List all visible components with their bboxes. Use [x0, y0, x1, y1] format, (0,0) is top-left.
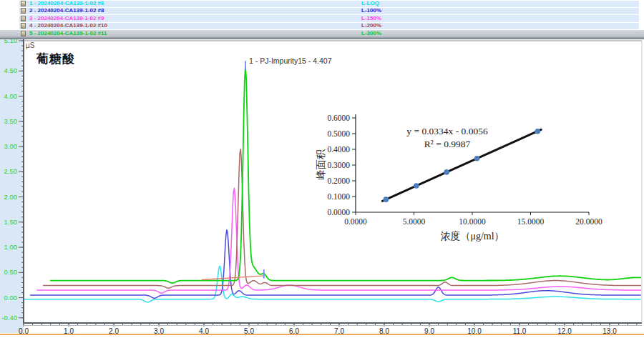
svg-text:6.0: 6.0: [289, 327, 299, 335]
legend-row-background: [19, 8, 639, 14]
legend-row-background: [19, 1, 639, 7]
chromatogram-vial-icon: [21, 8, 26, 14]
svg-text:1.50: 1.50: [4, 218, 18, 226]
svg-text:3.0: 3.0: [154, 327, 164, 335]
chromatogram-vial-icon: [21, 16, 26, 21]
legend-row-level: L-300%: [361, 30, 381, 38]
svg-text:2.00: 2.00: [4, 193, 18, 201]
svg-text:浓度（μg/ml）: 浓度（μg/ml）: [440, 230, 504, 242]
svg-text:0.0000: 0.0000: [344, 217, 367, 226]
svg-text:10.0: 10.0: [467, 327, 482, 335]
svg-text:0.1000: 0.1000: [327, 192, 350, 201]
chromatogram-title: 葡糖酸: [36, 51, 75, 67]
svg-text:3.00: 3.00: [4, 142, 18, 150]
legend-row-label: 3 - 20240204-CA139-1-02 #9: [29, 15, 104, 23]
legend-row-2[interactable]: 2 - 20240204-CA139-1-02 #8 L-100%: [0, 7, 644, 14]
svg-text:0.6000: 0.6000: [327, 114, 350, 122]
svg-text:5.0000: 5.0000: [403, 217, 426, 226]
svg-text:0.50: 0.50: [4, 268, 18, 276]
svg-text:4.00: 4.00: [4, 92, 18, 100]
svg-text:9.0: 9.0: [424, 327, 434, 335]
svg-text:y = 0.0334x - 0.0056: y = 0.0334x - 0.0056: [406, 126, 488, 136]
legend-row-1[interactable]: 1 - 20240204-CA139-1-02 #6 L-LOQ: [0, 0, 644, 7]
legend-row-label: 4 - 20240204-CA139-1-02 #10: [29, 22, 107, 30]
chromatogram-area[interactable]: 5.104.504.003.503.002.502.001.501.000.50…: [0, 39, 644, 338]
svg-text:2.0: 2.0: [109, 327, 119, 335]
svg-text:4.50: 4.50: [4, 66, 18, 74]
svg-text:0.3000: 0.3000: [327, 161, 350, 169]
svg-text:4.0: 4.0: [199, 327, 209, 335]
svg-text:8.0: 8.0: [379, 327, 389, 335]
legend-row-label: 5 - 20240204-CA139-1-02 #11: [29, 30, 107, 38]
svg-text:0.4000: 0.4000: [327, 145, 350, 154]
legend-row-5[interactable]: 5 - 20240204-CA139-1-02 #11 L-300%: [0, 30, 644, 37]
svg-text:0.0000: 0.0000: [327, 208, 350, 217]
svg-text:5.10: 5.10: [4, 39, 18, 44]
svg-text:1.0: 1.0: [64, 327, 74, 335]
svg-text:2.50: 2.50: [4, 167, 18, 175]
legend-row-level: L-200%: [361, 22, 381, 30]
y-axis-unit: µS: [26, 41, 34, 49]
svg-text:0.00: 0.00: [4, 294, 18, 302]
svg-text:-0.40: -0.40: [1, 314, 17, 322]
svg-text:3.50: 3.50: [4, 117, 18, 125]
legend-row-background: [19, 15, 639, 21]
svg-text:10.0000: 10.0000: [459, 217, 486, 226]
svg-text:15.0000: 15.0000: [517, 217, 545, 226]
injection-legend-header: 1 - 20240204-CA139-1-02 #6 L-LOQ 2 - 202…: [0, 0, 644, 37]
svg-text:20.0000: 20.0000: [575, 217, 602, 226]
chromatogram-vial-icon: [21, 1, 26, 6]
svg-text:0.5000: 0.5000: [327, 129, 350, 138]
chromatogram-vial-icon: [21, 23, 26, 29]
chromatogram-vial-icon: [21, 31, 26, 36]
legend-row-level: L-100%: [361, 7, 381, 15]
svg-text:1.00: 1.00: [4, 243, 18, 251]
svg-text:0.0: 0.0: [19, 327, 29, 335]
legend-row-level: L-150%: [361, 15, 381, 23]
svg-text:13.0: 13.0: [602, 327, 617, 335]
legend-row-level: L-LOQ: [361, 0, 379, 8]
svg-text:峰面积: 峰面积: [316, 149, 326, 179]
svg-text:5.0: 5.0: [244, 327, 254, 335]
legend-row-label: 1 - 20240204-CA139-1-02 #6: [29, 0, 104, 8]
legend-row-4[interactable]: 4 - 20240204-CA139-1-02 #10 L-200%: [0, 22, 644, 29]
svg-text:0.2000: 0.2000: [327, 177, 350, 185]
svg-text:7.0: 7.0: [334, 327, 344, 335]
legend-row-label: 2 - 20240204-CA139-1-02 #8: [29, 7, 104, 15]
peak-label: 1 - PJ-Impurity15 - 4.407: [249, 56, 332, 65]
calibration-inset-chart: 0.00000.10000.20000.30000.40000.50000.60…: [315, 107, 615, 254]
legend-row-3[interactable]: 3 - 20240204-CA139-1-02 #9 L-150%: [0, 15, 644, 22]
legend-row-background: [19, 23, 639, 29]
svg-text:12.0: 12.0: [557, 327, 572, 335]
svg-text:R² = 0.9987: R² = 0.9987: [424, 139, 471, 149]
svg-text:11.0: 11.0: [513, 327, 527, 335]
